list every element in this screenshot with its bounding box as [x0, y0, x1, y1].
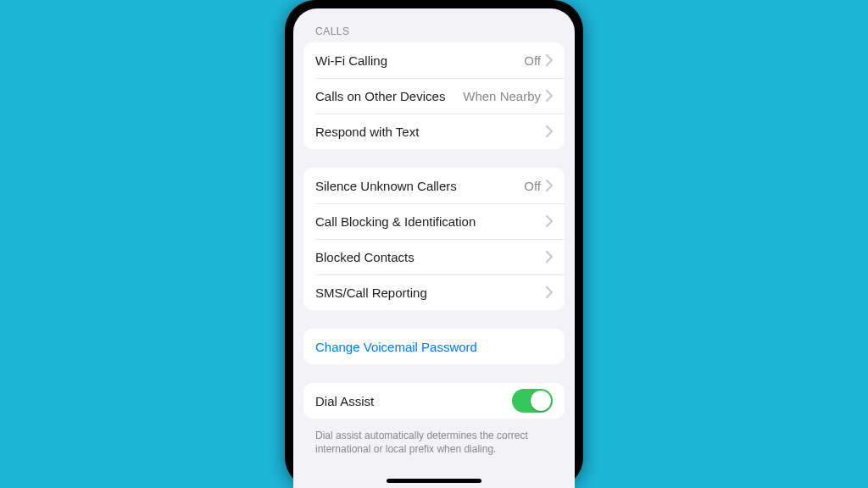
- row-call-blocking-identification[interactable]: Call Blocking & Identification: [303, 203, 565, 239]
- chevron-right-icon: [546, 180, 553, 191]
- row-wifi-calling[interactable]: Wi-Fi Calling Off: [303, 42, 565, 78]
- blocked-contacts-label: Blocked Contacts: [315, 250, 546, 264]
- chevron-right-icon: [546, 54, 553, 66]
- chevron-right-icon: [546, 286, 553, 298]
- wifi-calling-label: Wi-Fi Calling: [315, 53, 524, 68]
- dial-assist-note: Dial assist automatically determines the…: [293, 424, 575, 456]
- row-blocked-contacts[interactable]: Blocked Contacts: [303, 239, 565, 274]
- calls-other-value: When Nearby: [463, 89, 541, 103]
- dial-assist-label: Dial Assist: [315, 394, 512, 408]
- row-dial-assist: Dial Assist: [303, 383, 565, 419]
- sms-call-reporting-label: SMS/Call Reporting: [315, 286, 546, 300]
- phone-frame: CALLS Wi-Fi Calling Off Calls on Other D…: [285, 0, 583, 488]
- row-sms-call-reporting[interactable]: SMS/Call Reporting: [303, 274, 565, 310]
- call-blocking-label: Call Blocking & Identification: [315, 214, 546, 229]
- dial-assist-toggle[interactable]: [512, 389, 553, 413]
- row-calls-on-other-devices[interactable]: Calls on Other Devices When Nearby: [303, 78, 565, 114]
- section-header-calls: CALLS: [293, 15, 575, 42]
- group-calls: Wi-Fi Calling Off Calls on Other Devices…: [303, 42, 565, 149]
- group-privacy: Silence Unknown Callers Off Call Blockin…: [303, 168, 565, 310]
- silence-unknown-value: Off: [524, 179, 541, 193]
- toggle-knob: [531, 391, 551, 411]
- silence-unknown-label: Silence Unknown Callers: [315, 179, 524, 193]
- row-silence-unknown-callers[interactable]: Silence Unknown Callers Off: [303, 168, 565, 203]
- change-voicemail-label: Change Voicemail Password: [315, 340, 477, 354]
- settings-content: CALLS Wi-Fi Calling Off Calls on Other D…: [293, 8, 575, 488]
- calls-other-label: Calls on Other Devices: [315, 89, 463, 103]
- chevron-right-icon: [546, 125, 553, 137]
- chevron-right-icon: [546, 215, 553, 227]
- wifi-calling-value: Off: [524, 53, 541, 68]
- screen: CALLS Wi-Fi Calling Off Calls on Other D…: [293, 8, 575, 488]
- group-dial-assist: Dial Assist: [303, 383, 565, 419]
- chevron-right-icon: [546, 251, 553, 263]
- home-indicator: [387, 479, 481, 483]
- row-respond-with-text[interactable]: Respond with Text: [303, 114, 565, 149]
- chevron-right-icon: [546, 90, 553, 102]
- group-voicemail: Change Voicemail Password: [303, 329, 565, 364]
- row-change-voicemail-password[interactable]: Change Voicemail Password: [303, 329, 565, 364]
- respond-text-label: Respond with Text: [315, 125, 546, 139]
